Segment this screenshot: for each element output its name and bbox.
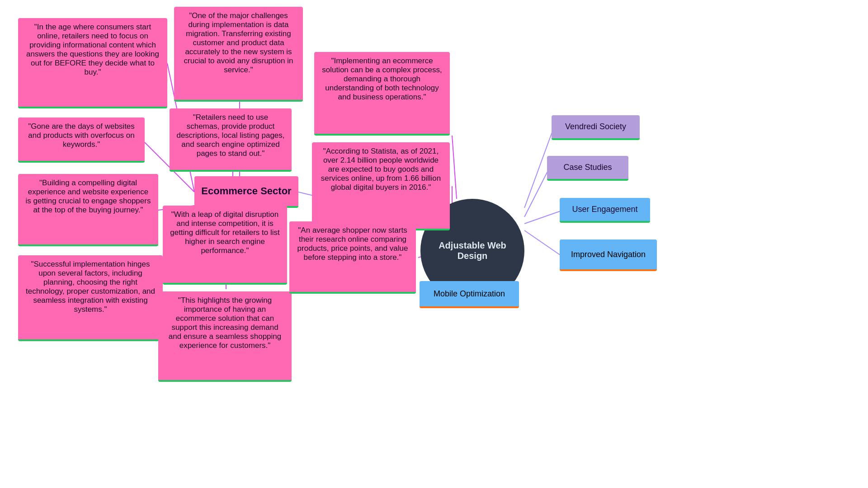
svg-line-9 xyxy=(452,136,457,199)
mobile-optimization-label: Mobile Optimization xyxy=(434,289,505,299)
center-label: Adjustable Web Design xyxy=(427,240,518,261)
quote1-text: "In the age where consumers start online… xyxy=(26,23,159,76)
quote8-node: "This highlights the growing importance … xyxy=(158,291,292,382)
quote1-node: "In the age where consumers start online… xyxy=(18,18,167,108)
quote9-node: "Implementing an ecommerce solution can … xyxy=(314,52,450,136)
quote6-text: "Retailers need to use schemas, provide … xyxy=(176,113,284,158)
quote7-text: "With a leap of digital disruption and i… xyxy=(170,210,280,255)
user-engagement-label: User Engagement xyxy=(572,205,637,214)
quote10-text: "According to Statista, as of 2021, over… xyxy=(321,147,441,192)
quote3-node: "Building a compelling digital experienc… xyxy=(18,174,158,246)
case-studies-node[interactable]: Case Studies xyxy=(547,156,628,181)
mobile-optimization-node[interactable]: Mobile Optimization xyxy=(420,281,519,308)
quote8-text: "This highlights the growing importance … xyxy=(169,296,282,350)
svg-line-15 xyxy=(524,230,561,255)
quote7-node: "With a leap of digital disruption and i… xyxy=(163,206,287,285)
svg-line-13 xyxy=(524,168,549,217)
vendredi-node[interactable]: Vendredi Society xyxy=(552,115,640,140)
quote5-text: "One of the major challenges during impl… xyxy=(184,11,293,74)
quote9-text: "Implementing an ecommerce solution can … xyxy=(322,56,442,101)
quote4-text: "Successful implementation hinges upon s… xyxy=(26,260,155,314)
quote2-text: "Gone are the days of websites and produ… xyxy=(28,122,135,149)
vendredi-label: Vendredi Society xyxy=(565,122,626,131)
ecommerce-node[interactable]: Ecommerce Sector xyxy=(194,176,298,208)
quote10-node: "According to Statista, as of 2021, over… xyxy=(312,142,450,230)
improved-navigation-label: Improved Navigation xyxy=(571,250,646,259)
quote11-text: "An average shopper now starts their res… xyxy=(297,226,408,262)
quote3-text: "Building a compelling digital experienc… xyxy=(26,178,151,214)
ecommerce-label: Ecommerce Sector xyxy=(201,185,291,197)
quote4-node: "Successful implementation hinges upon s… xyxy=(18,255,163,341)
quote6-node: "Retailers need to use schemas, provide … xyxy=(170,108,292,172)
case-studies-label: Case Studies xyxy=(563,163,612,172)
quote5-node: "One of the major challenges during impl… xyxy=(174,7,303,102)
quote2-node: "Gone are the days of websites and produ… xyxy=(18,117,145,163)
svg-line-14 xyxy=(524,211,561,224)
user-engagement-node[interactable]: User Engagement xyxy=(560,198,650,223)
improved-navigation-node[interactable]: Improved Navigation xyxy=(560,239,657,271)
quote11-node: "An average shopper now starts their res… xyxy=(289,221,416,294)
